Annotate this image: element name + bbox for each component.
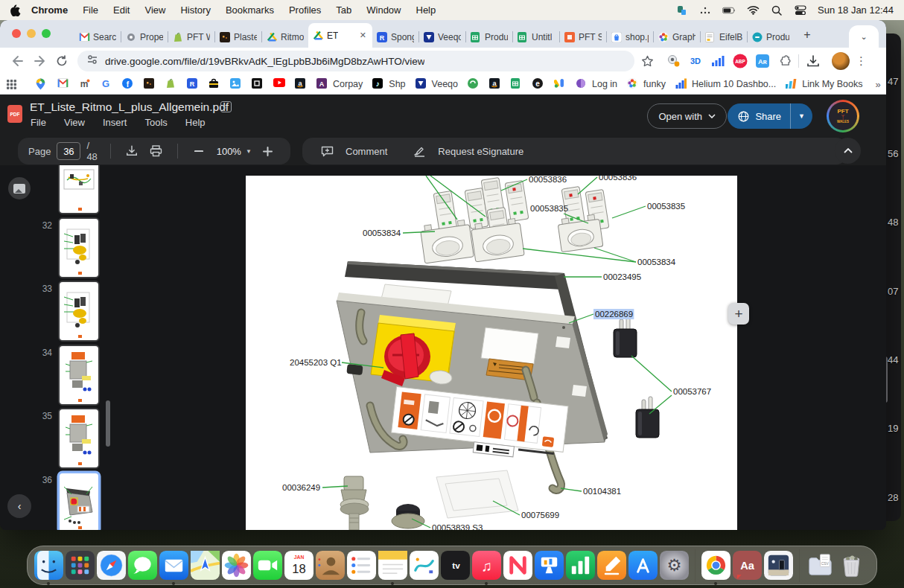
- bookmark-gletter[interactable]: G: [101, 78, 112, 90]
- bookmark-amazon[interactable]: a: [295, 78, 307, 90]
- share-dropdown-arrow[interactable]: ▼: [791, 112, 812, 120]
- tab-ritmo[interactable]: Ritmo: [262, 27, 308, 48]
- account-avatar[interactable]: PFT ᛉ WALES: [827, 100, 859, 132]
- extension-abp-icon[interactable]: ABP: [731, 53, 749, 69]
- extension-helium10-icon[interactable]: [709, 53, 727, 69]
- bookmark-pic[interactable]: [230, 78, 242, 90]
- bookmark-fb[interactable]: f: [122, 78, 134, 90]
- menu-item-history[interactable]: History: [173, 4, 217, 16]
- apple-menu-icon[interactable]: [10, 4, 21, 16]
- tab-shop-p[interactable]: shop.p: [607, 27, 653, 48]
- bookmark-morange[interactable]: m: [79, 78, 91, 90]
- bookmark-gcircle[interactable]: [468, 78, 480, 90]
- zoom-level[interactable]: 100%: [217, 146, 241, 157]
- dock-facetime-icon[interactable]: [253, 551, 282, 580]
- dock-preview-icon[interactable]: [764, 551, 793, 580]
- dock-maps-icon[interactable]: [191, 551, 220, 580]
- collapse-sidebar-button[interactable]: ‹: [7, 494, 31, 518]
- dock-dictionary-icon[interactable]: Aa: [733, 551, 762, 580]
- battery-icon[interactable]: [722, 4, 736, 16]
- part-number-label[interactable]: 00053835: [647, 202, 685, 211]
- print-icon[interactable]: [148, 143, 163, 159]
- dock-launchpad-icon[interactable]: [66, 551, 95, 580]
- open-in-new-icon[interactable]: ↗: [220, 101, 232, 112]
- tab-graph[interactable]: Graph: [654, 27, 700, 48]
- part-number-label[interactable]: 00053767: [673, 387, 711, 396]
- comment-icon[interactable]: [319, 143, 335, 159]
- dock-keynote-icon[interactable]: [535, 551, 564, 580]
- dock-contacts-icon[interactable]: [316, 551, 345, 580]
- dock-numbers-icon[interactable]: [566, 551, 595, 580]
- dock-finder-icon[interactable]: [34, 551, 63, 580]
- control-center-icon[interactable]: [794, 4, 807, 16]
- drive-menu-help[interactable]: Help: [185, 117, 206, 128]
- part-number-label[interactable]: 00053839 S3: [432, 523, 483, 530]
- menu-item-edit[interactable]: Edit: [106, 4, 137, 16]
- dock-app-store-icon[interactable]: [628, 551, 658, 580]
- drive-menu-tools[interactable]: Tools: [144, 117, 167, 128]
- bookmark-corpay[interactable]: ACorpay: [316, 78, 363, 90]
- bookmark-sheets[interactable]: [511, 78, 523, 90]
- floating-zoom-button[interactable]: +: [728, 303, 749, 325]
- dock-mail-icon[interactable]: [159, 551, 188, 580]
- spotlight-search-icon[interactable]: [770, 4, 783, 16]
- back-button[interactable]: [7, 51, 27, 71]
- sidebar-scrollbar-thumb[interactable]: [106, 400, 110, 447]
- bookmark-helium-10-dashbo-[interactable]: Helium 10 Dashbo...: [675, 78, 776, 90]
- dock-pages-icon[interactable]: [597, 551, 626, 580]
- dock-safari-icon[interactable]: [97, 551, 126, 580]
- menu-item-bookmarks[interactable]: Bookmarks: [218, 4, 281, 16]
- part-number-label[interactable]: 20455203 Q1: [290, 358, 342, 367]
- dock-reminders-icon[interactable]: [347, 551, 376, 580]
- menu-item-view[interactable]: View: [137, 4, 173, 16]
- dock-chrome-icon[interactable]: [701, 551, 730, 580]
- page-thumbnail-36[interactable]: [58, 472, 100, 531]
- part-number-label[interactable]: 00053836: [529, 176, 567, 184]
- chrome-menu-icon[interactable]: ⋮: [856, 54, 867, 68]
- tab-prope[interactable]: Prope: [121, 27, 168, 48]
- menu-item-help[interactable]: Help: [409, 4, 444, 16]
- dock-notes-icon[interactable]: [378, 551, 407, 580]
- dock-news-icon[interactable]: [503, 551, 532, 580]
- dock-downloads-folder-icon[interactable]: CSV: [806, 551, 835, 580]
- bookmark-dark[interactable]: [144, 78, 156, 90]
- tab-produ[interactable]: Produ: [466, 27, 512, 48]
- tab-overflow-button[interactable]: ⌄: [849, 25, 879, 48]
- tab-et[interactable]: ET✕: [308, 23, 372, 48]
- drive-menu-view[interactable]: View: [64, 117, 85, 128]
- menu-item-file[interactable]: File: [75, 4, 106, 16]
- extension-3d-icon[interactable]: 3D: [687, 53, 704, 69]
- part-number-label[interactable]: 00226869: [595, 310, 633, 319]
- bookmark-maps[interactable]: [36, 78, 48, 90]
- reload-button[interactable]: [52, 51, 71, 71]
- menu-item-tab[interactable]: Tab: [328, 4, 359, 16]
- extension-molecule-icon[interactable]: [664, 53, 682, 69]
- menu-item-profiles[interactable]: Profiles: [281, 4, 328, 16]
- thumbnail-view-button[interactable]: [8, 177, 31, 199]
- profile-avatar[interactable]: [832, 52, 850, 70]
- page-thumbnail-32[interactable]: [58, 217, 100, 278]
- part-number-label[interactable]: 00036249: [282, 483, 320, 492]
- extension-ar-icon[interactable]: Aʀ: [754, 53, 771, 69]
- tab-close-icon[interactable]: ✕: [358, 31, 368, 40]
- bookmark-sqblack[interactable]: [252, 78, 264, 90]
- tab-produ[interactable]: Produ: [748, 27, 794, 48]
- bookmark-gmail[interactable]: [57, 78, 69, 90]
- drive-menu-insert[interactable]: Insert: [103, 117, 127, 128]
- forward-button[interactable]: [30, 51, 49, 71]
- part-number-label[interactable]: 00053834: [637, 258, 676, 266]
- tab-eifelb[interactable]: EifelB: [701, 27, 747, 48]
- bookmark-amazon[interactable]: a: [489, 78, 501, 90]
- page-thumbnail[interactable]: [58, 165, 100, 214]
- dock-music-icon[interactable]: ♫: [472, 551, 501, 580]
- download-icon[interactable]: [124, 143, 139, 159]
- share-button[interactable]: Share ▼: [728, 103, 812, 129]
- bookmark-yt[interactable]: [273, 78, 285, 90]
- tab-spong[interactable]: RSpong: [372, 27, 418, 48]
- downloads-icon[interactable]: [803, 51, 823, 71]
- bookmark-shopify[interactable]: [165, 78, 177, 90]
- bookmark-ads[interactable]: [554, 78, 566, 90]
- zoom-in-button[interactable]: [261, 143, 276, 159]
- close-window-button[interactable]: [12, 29, 21, 38]
- bookmark-link-my-books[interactable]: Link My Books: [786, 78, 862, 90]
